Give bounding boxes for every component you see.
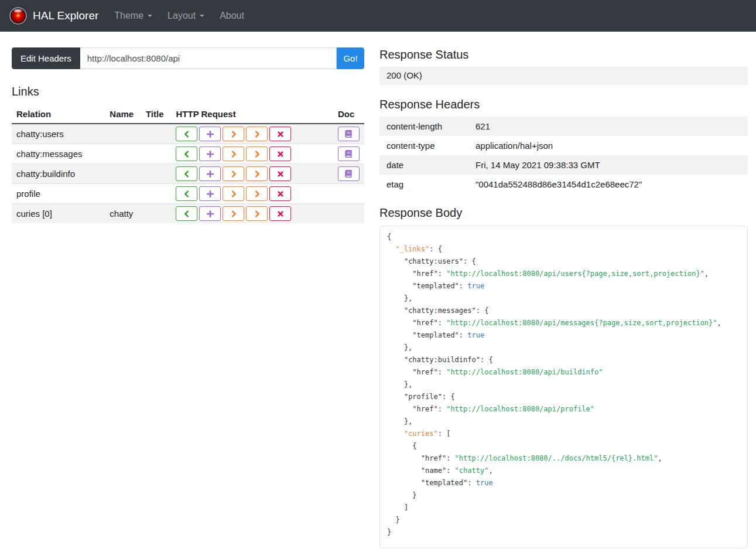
explorer-panel: Edit Headers Go! Links Relation Name Tit… [12,47,364,223]
response-header-value: application/hal+json [468,136,748,155]
post-request-button[interactable] [199,146,221,161]
chevron-left-icon [183,190,191,198]
chevron-right-icon [253,150,261,158]
response-header-row: etag"0041da552488d86e31454d1c2e68eec72" [379,175,748,194]
doc-cell [333,164,364,184]
put-request-button[interactable] [223,166,244,181]
chevron-right-icon [253,190,261,198]
delete-request-button[interactable] [269,166,291,181]
nav-item-about[interactable]: About [212,11,252,21]
link-title [141,144,172,164]
post-request-button[interactable] [199,186,221,201]
app-title: HAL Explorer [33,9,98,22]
x-icon [277,151,284,158]
patch-request-button[interactable] [246,206,268,221]
get-request-button[interactable] [176,146,197,161]
response-body-box: { "_links": { "chatty:users": { "href": … [379,226,748,548]
link-name [105,184,141,204]
response-header-value: Fri, 14 May 2021 09:38:33 GMT [468,155,748,175]
doc-cell [333,144,364,164]
x-icon [277,171,284,178]
delete-request-button[interactable] [269,127,291,141]
links-table-body: chatty:userschatty:messageschatty:buildi… [12,124,364,223]
chevron-right-icon [230,170,238,178]
edit-headers-button[interactable]: Edit Headers [12,47,80,69]
column-header-name: Name [105,105,141,124]
link-relation: profile [12,184,105,204]
links-table: Relation Name Title HTTP Request Doc cha… [12,105,364,223]
x-icon [277,131,284,138]
response-header-key: etag [379,175,468,194]
patch-request-button[interactable] [246,166,268,181]
doc-cell [333,204,364,224]
book-icon [345,170,352,178]
chevron-down-icon [148,15,152,17]
doc-button[interactable] [338,146,360,161]
response-header-row: content-length621 [379,117,748,136]
nav-menu: Theme Layout About [107,11,252,21]
api-url-input[interactable] [80,47,337,69]
http-request-buttons [171,184,333,204]
response-header-key: date [379,155,468,175]
x-icon [277,210,284,217]
get-request-button[interactable] [176,186,197,201]
http-request-buttons [171,204,333,224]
main-content: Edit Headers Go! Links Relation Name Tit… [0,32,756,548]
plus-icon [206,170,214,178]
delete-request-button[interactable] [269,146,291,161]
link-title [141,164,172,184]
link-name: chatty [105,204,141,224]
response-body-code: { "_links": { "chatty:users": { "href": … [387,231,740,539]
put-request-button[interactable] [223,127,244,141]
response-body-title: Response Body [379,206,748,220]
book-icon [345,150,352,158]
link-title [141,184,172,204]
chevron-left-icon [183,130,191,138]
link-relation: chatty:buildinfo [12,164,105,184]
link-relation: curies [0] [12,204,105,224]
chevron-right-icon [253,210,261,218]
doc-button[interactable] [338,127,360,141]
chevron-right-icon [230,210,238,218]
response-header-key: content-length [379,117,468,136]
link-name [105,164,141,184]
post-request-button[interactable] [199,166,221,181]
chevron-right-icon [230,190,238,198]
delete-request-button[interactable] [269,186,291,201]
get-request-button[interactable] [176,166,197,181]
response-headers-body: content-length621content-typeapplication… [379,117,748,194]
link-name [105,144,141,164]
chevron-right-icon [230,150,238,158]
response-status-value: 200 (OK) [379,67,748,85]
patch-request-button[interactable] [246,146,268,161]
http-request-buttons [171,164,333,184]
put-request-button[interactable] [223,186,244,201]
put-request-button[interactable] [223,206,244,221]
column-header-title: Title [141,105,172,124]
chevron-right-icon [253,170,261,178]
chevron-left-icon [183,210,191,218]
chevron-right-icon [253,130,261,138]
post-request-button[interactable] [199,127,221,141]
links-table-header: Relation Name Title HTTP Request Doc [12,105,364,124]
response-headers-table: content-length621content-typeapplication… [379,117,748,194]
nav-item-layout[interactable]: Layout [160,11,212,21]
go-button[interactable]: Go! [337,47,364,69]
chevron-down-icon [200,15,204,17]
put-request-button[interactable] [223,146,244,161]
patch-request-button[interactable] [246,127,268,141]
app-brand[interactable]: HAL Explorer [9,7,98,25]
get-request-button[interactable] [176,206,197,221]
post-request-button[interactable] [199,206,221,221]
response-status-title: Response Status [379,47,748,62]
doc-button[interactable] [338,166,360,181]
patch-request-button[interactable] [246,186,268,201]
doc-cell [333,184,364,204]
nav-item-theme[interactable]: Theme [107,11,160,21]
response-header-row: dateFri, 14 May 2021 09:38:33 GMT [379,155,748,175]
chevron-right-icon [230,130,238,138]
get-request-button[interactable] [176,127,197,141]
delete-request-button[interactable] [269,206,291,221]
http-request-buttons [171,124,333,144]
link-row: chatty:buildinfo [12,164,364,184]
